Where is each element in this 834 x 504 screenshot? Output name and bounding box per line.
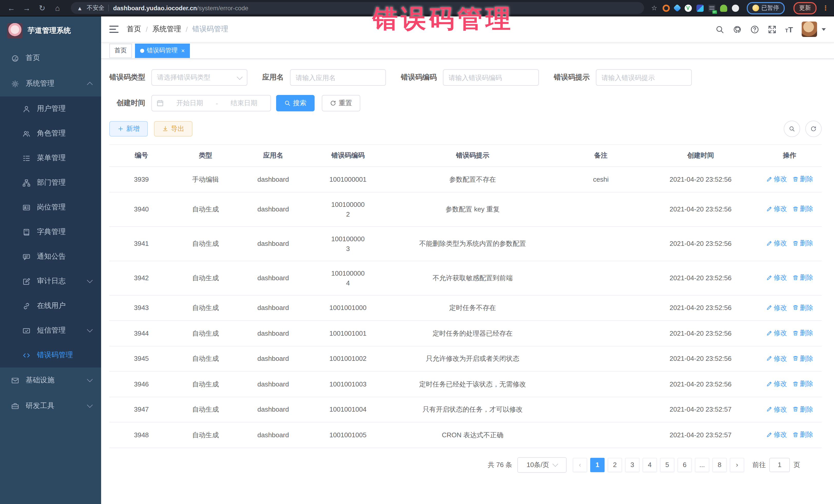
edit-link[interactable]: 修改 xyxy=(766,204,787,214)
main-area: 首页 / 系统管理 / 错误码管理 TT 首页 xyxy=(101,17,834,504)
users-icon xyxy=(23,130,30,137)
delete-link[interactable]: 删除 xyxy=(792,303,813,312)
delete-icon xyxy=(792,206,798,212)
url-bar[interactable]: ▲ 不安全 dashboard.yudao.iocoder.cn/system/… xyxy=(71,2,644,14)
puzzle-icon[interactable] xyxy=(731,4,739,12)
add-button[interactable]: 新增 xyxy=(109,121,148,136)
back-icon[interactable]: ← xyxy=(5,2,18,14)
edit-link[interactable]: 修改 xyxy=(766,328,787,338)
goto-page-input[interactable] xyxy=(769,458,790,472)
page-size-select[interactable]: 10条/页 xyxy=(517,457,567,473)
edit-link[interactable]: 修改 xyxy=(766,174,787,184)
app-name-input[interactable] xyxy=(290,69,386,86)
export-button[interactable]: 导出 xyxy=(154,121,193,136)
page-button-3[interactable]: 3 xyxy=(625,458,639,472)
dropdown-caret-icon[interactable] xyxy=(822,28,826,30)
error-msg-input[interactable] xyxy=(596,69,692,86)
sidebar-item-label: 通知公告 xyxy=(37,252,93,261)
sidebar-item-menu[interactable]: 菜单管理 xyxy=(0,146,101,170)
sidebar-item-dict[interactable]: 字典管理 xyxy=(0,220,101,244)
forward-icon[interactable]: → xyxy=(21,2,33,14)
page-button-2[interactable]: 2 xyxy=(608,458,622,472)
help-icon[interactable] xyxy=(750,25,759,34)
delete-link[interactable]: 删除 xyxy=(792,204,813,214)
reset-button[interactable]: 重置 xyxy=(322,95,360,111)
cell-operations: 修改删除 xyxy=(758,321,822,346)
breadcrumb-home[interactable]: 首页 xyxy=(127,25,141,34)
error-type-select[interactable]: 请选择错误码类型 xyxy=(151,69,247,86)
paused-badge[interactable]: 已暂停 xyxy=(746,2,785,14)
browser-menu-dots-icon[interactable]: ⋮ xyxy=(822,4,829,12)
tags-bar: 首页 错误码管理 × xyxy=(101,43,834,59)
sidebar-item-devtools[interactable]: 研发工具 xyxy=(0,393,101,419)
edit-link[interactable]: 修改 xyxy=(766,273,787,283)
green-key-icon[interactable] xyxy=(720,4,727,12)
sidebar-item-online[interactable]: 在线用户 xyxy=(0,293,101,318)
prev-page-button[interactable]: ‹ xyxy=(573,458,587,472)
tab-home[interactable]: 首页 xyxy=(109,43,132,58)
sidebar-item-user[interactable]: 用户管理 xyxy=(0,96,101,121)
green-check-circle-icon[interactable]: V xyxy=(684,4,692,12)
delete-link[interactable]: 删除 xyxy=(792,174,813,184)
sidebar-item-infra[interactable]: 基础设施 xyxy=(0,368,101,393)
github-icon[interactable] xyxy=(733,25,741,34)
search-circle-icon[interactable] xyxy=(784,120,800,137)
goto-page: 前往 页 xyxy=(752,458,800,472)
page-ellipsis[interactable]: ... xyxy=(695,458,709,472)
user-avatar[interactable] xyxy=(802,22,817,37)
navbar-right: TT xyxy=(715,22,826,37)
next-page-button[interactable]: › xyxy=(730,458,744,472)
sidebar-item-home[interactable]: 首页 xyxy=(0,45,101,71)
sidebar-item-audit[interactable]: 审计日志 xyxy=(0,269,101,293)
list-on-icon[interactable] xyxy=(708,4,715,12)
search-button[interactable]: 搜索 xyxy=(276,95,314,111)
tab-error-code[interactable]: 错误码管理 × xyxy=(135,43,190,58)
edit-link[interactable]: 修改 xyxy=(766,303,787,312)
font-size-icon[interactable]: TT xyxy=(785,25,793,33)
blue-gem-icon[interactable] xyxy=(673,4,681,12)
delete-link[interactable]: 删除 xyxy=(792,430,813,439)
sidebar-item-role[interactable]: 角色管理 xyxy=(0,121,101,146)
sidebar-item-errcode[interactable]: 错误码管理 xyxy=(0,343,101,368)
blue-grid-icon[interactable] xyxy=(696,4,703,12)
edit-link[interactable]: 修改 xyxy=(766,238,787,248)
sidebar-item-post[interactable]: 岗位管理 xyxy=(0,195,101,220)
delete-link[interactable]: 删除 xyxy=(792,273,813,283)
cell-time: 2021-04-20 23:52:57 xyxy=(643,397,758,422)
page-button-8[interactable]: 8 xyxy=(712,458,727,472)
page-button-5[interactable]: 5 xyxy=(660,458,674,472)
delete-link[interactable]: 删除 xyxy=(792,404,813,414)
hamburger-icon[interactable] xyxy=(109,26,118,33)
page-button-6[interactable]: 6 xyxy=(678,458,692,472)
date-range-picker[interactable]: 开始日期 - 结束日期 xyxy=(151,95,271,111)
delete-link[interactable]: 删除 xyxy=(792,238,813,248)
update-button[interactable]: 更新 xyxy=(793,2,816,14)
sidebar-item-sms[interactable]: 短信管理 xyxy=(0,318,101,343)
sidebar-item-system[interactable]: 系统管理 xyxy=(0,71,101,96)
fullscreen-icon[interactable] xyxy=(768,25,776,34)
edit-square-icon xyxy=(23,278,30,285)
delete-link[interactable]: 删除 xyxy=(792,353,813,363)
edit-link[interactable]: 修改 xyxy=(766,430,787,439)
page-button-4[interactable]: 4 xyxy=(642,458,657,472)
refresh-circle-icon[interactable] xyxy=(805,120,822,137)
reload-icon[interactable]: ↻ xyxy=(36,2,48,14)
edit-link[interactable]: 修改 xyxy=(766,379,787,389)
edit-link[interactable]: 修改 xyxy=(766,353,787,363)
orange-ring-icon[interactable] xyxy=(662,4,670,12)
edit-link[interactable]: 修改 xyxy=(766,404,787,414)
sidebar-item-notice[interactable]: 通知公告 xyxy=(0,244,101,269)
logo-row[interactable]: 芋道管理系统 xyxy=(0,17,101,45)
delete-link[interactable]: 删除 xyxy=(792,328,813,338)
sidebar-item-dept[interactable]: 部门管理 xyxy=(0,170,101,195)
page-button-1[interactable]: 1 xyxy=(590,458,605,472)
bookmark-star-icon[interactable]: ☆ xyxy=(651,4,657,12)
search-icon[interactable] xyxy=(715,25,724,34)
col-time: 创建时间 xyxy=(643,145,758,167)
breadcrumb-system[interactable]: 系统管理 xyxy=(152,25,181,34)
col-code: 错误码编码 xyxy=(309,145,387,167)
error-code-input[interactable] xyxy=(443,69,539,86)
close-tab-icon[interactable]: × xyxy=(181,47,185,54)
home-icon[interactable]: ⌂ xyxy=(51,2,64,14)
delete-link[interactable]: 删除 xyxy=(792,379,813,389)
